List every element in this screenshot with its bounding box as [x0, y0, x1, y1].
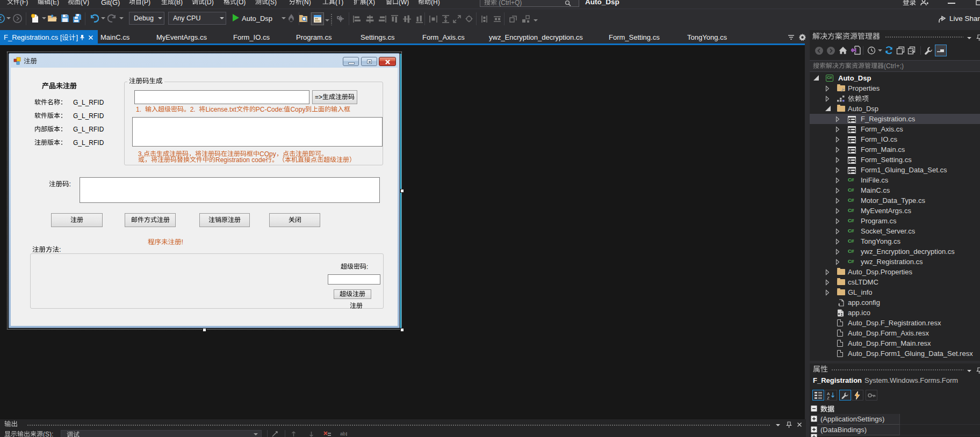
- svg-text:Z: Z: [827, 396, 830, 399]
- svg-text:ab: ab: [340, 431, 345, 436]
